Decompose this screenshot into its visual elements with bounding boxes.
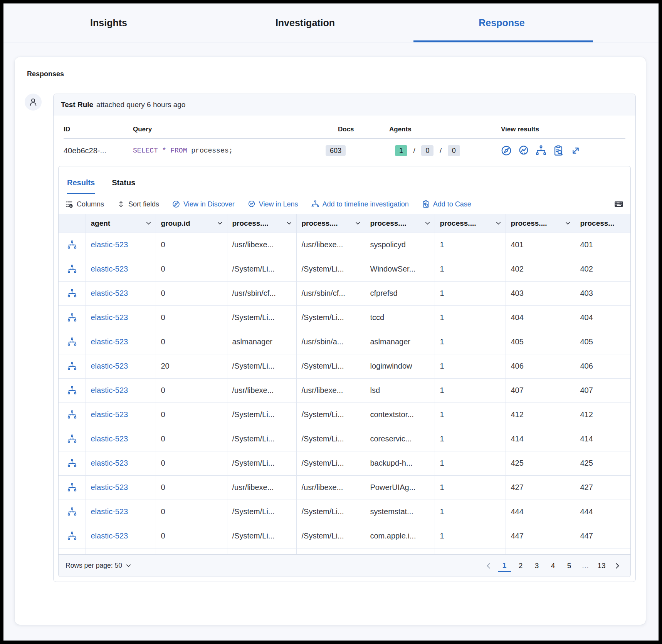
timeline-icon[interactable] xyxy=(67,386,77,395)
page-number-13[interactable]: 13 xyxy=(595,560,608,572)
agent-link[interactable]: elastic-523 xyxy=(91,507,128,516)
grid-cell: /System/Li... xyxy=(227,305,296,330)
agent-link[interactable]: elastic-523 xyxy=(91,240,128,249)
sort-fields-button[interactable]: Sort fields xyxy=(117,200,159,208)
response-accordion-header[interactable]: Test Rule attached query 6 hours ago xyxy=(54,94,635,116)
page-number-4[interactable]: 4 xyxy=(546,560,560,572)
agent-link[interactable]: elastic-523 xyxy=(91,459,128,467)
row-timeline-cell xyxy=(59,475,86,500)
timeline-icon[interactable] xyxy=(67,240,77,250)
column-header-process....[interactable]: process.... xyxy=(227,214,296,233)
row-actions-column-header xyxy=(59,214,86,233)
view-in-lens-button[interactable]: View in Lens xyxy=(248,200,298,208)
agent-cell: elastic-523 xyxy=(86,427,156,451)
timeline-icon[interactable] xyxy=(67,532,77,541)
column-header-group.id[interactable]: group.id xyxy=(156,214,227,233)
column-header-process....[interactable]: process.... xyxy=(435,214,506,233)
timeline-icon[interactable] xyxy=(67,434,77,444)
table-row: elastic-5230/System/Li.../System/Li...Wi… xyxy=(59,257,630,281)
grid-cell: 444 xyxy=(575,500,630,524)
row-timeline-cell xyxy=(59,257,86,281)
page-number-2[interactable]: 2 xyxy=(514,560,527,572)
grid-cell: /System/Li... xyxy=(296,354,365,378)
agent-link[interactable]: elastic-523 xyxy=(91,410,128,419)
timeline-icon[interactable] xyxy=(67,313,77,322)
grid-cell: 1 xyxy=(435,500,506,524)
grid-cell: /usr/libexe... xyxy=(296,233,365,257)
timeline-icon[interactable] xyxy=(67,483,77,492)
screenshot-frame: Insights Investigation Response Response… xyxy=(0,0,662,644)
query-summary: ID Query Docs Agents View results 40eb6c… xyxy=(58,120,631,163)
expand-icon[interactable] xyxy=(570,145,581,156)
lens-icon[interactable] xyxy=(518,145,529,156)
keyboard-icon xyxy=(614,200,623,209)
page-number-5[interactable]: 5 xyxy=(563,560,576,572)
row-timeline-cell xyxy=(59,402,86,427)
agent-link[interactable]: elastic-523 xyxy=(91,483,128,491)
tab-status[interactable]: Status xyxy=(112,178,135,194)
agent-link[interactable]: elastic-523 xyxy=(91,289,128,297)
add-to-case-button[interactable]: Add to Case xyxy=(422,200,471,208)
agent-link[interactable]: elastic-523 xyxy=(91,532,128,540)
rows-per-page-button[interactable]: Rows per page: 50 xyxy=(66,562,132,570)
column-header-process...[interactable]: process... xyxy=(575,214,630,233)
timeline-icon[interactable] xyxy=(67,289,77,298)
timeline-icon[interactable] xyxy=(67,265,77,274)
view-in-discover-button[interactable]: View in Discover xyxy=(172,200,235,208)
agent-cell: elastic-523 xyxy=(86,354,156,378)
grid-cell: /System/Li... xyxy=(296,427,365,451)
grid-cell: 402 xyxy=(506,257,575,281)
chevron-down-icon xyxy=(565,220,571,226)
table-row: elastic-5230/System/Li.../System/Li...sy… xyxy=(59,500,630,524)
grid-cell: aslmanager xyxy=(227,330,296,354)
agent-link[interactable]: elastic-523 xyxy=(91,362,128,370)
column-header-process....[interactable]: process.... xyxy=(365,214,435,233)
grid-cell: /System/Li... xyxy=(296,402,365,427)
timeline-icon[interactable] xyxy=(67,337,77,347)
summary-header-view-results: View results xyxy=(496,126,625,133)
agent-cell: elastic-523 xyxy=(86,281,156,305)
timeline-icon[interactable] xyxy=(67,507,77,517)
grid-cell: 1 xyxy=(435,257,506,281)
results-panel: Results Status Columns Sort fields View … xyxy=(58,166,631,577)
column-header-process....[interactable]: process.... xyxy=(506,214,575,233)
query-keyword-from: FROM xyxy=(170,147,187,154)
timeline-icon[interactable] xyxy=(67,410,77,419)
agent-link[interactable]: elastic-523 xyxy=(91,313,128,322)
chevron-down-icon xyxy=(355,220,361,226)
grid-cell: 0 xyxy=(156,451,227,475)
timeline-icon xyxy=(67,532,77,541)
timeline-icon xyxy=(67,265,77,274)
column-header-process....[interactable]: process.... xyxy=(296,214,365,233)
keyboard-shortcuts-button[interactable] xyxy=(614,200,623,209)
table-row: elastic-5230/System/Li.../System/Li...co… xyxy=(59,402,630,427)
timeline-icon[interactable] xyxy=(67,362,77,371)
agent-link[interactable]: elastic-523 xyxy=(91,434,128,443)
column-header-agent[interactable]: agent xyxy=(86,214,156,233)
timeline-icon[interactable] xyxy=(536,145,546,156)
next-page-button[interactable] xyxy=(611,562,623,570)
tab-results[interactable]: Results xyxy=(67,178,95,194)
timeline-icon[interactable] xyxy=(67,459,77,468)
cases-icon[interactable] xyxy=(553,145,564,156)
agents-cell: 1 / 0 / 0 xyxy=(389,145,496,156)
grid-cell: syspolicyd xyxy=(365,233,435,257)
summary-header-docs: Docs xyxy=(323,126,389,133)
tab-response[interactable]: Response xyxy=(403,3,600,42)
page-number-1[interactable]: 1 xyxy=(498,560,511,572)
discover-icon[interactable] xyxy=(501,145,512,156)
agent-link[interactable]: elastic-523 xyxy=(91,337,128,346)
tab-insights[interactable]: Insights xyxy=(10,3,207,42)
rows-per-page-label: Rows per page: 50 xyxy=(66,562,122,570)
grid-cell: 0 xyxy=(156,233,227,257)
columns-button[interactable]: Columns xyxy=(66,200,104,208)
agent-link[interactable]: elastic-523 xyxy=(91,265,128,273)
add-to-timeline-button[interactable]: Add to timeline investigation xyxy=(311,200,409,208)
table-row: elastic-5230/System/Li.../System/Li...ba… xyxy=(59,451,630,475)
page-number-3[interactable]: 3 xyxy=(530,560,543,572)
row-timeline-cell xyxy=(59,451,86,475)
tab-investigation[interactable]: Investigation xyxy=(207,3,403,42)
query-text: SELECT * FROM processes; xyxy=(133,147,323,154)
previous-page-button[interactable] xyxy=(482,562,495,570)
agent-link[interactable]: elastic-523 xyxy=(91,386,128,394)
